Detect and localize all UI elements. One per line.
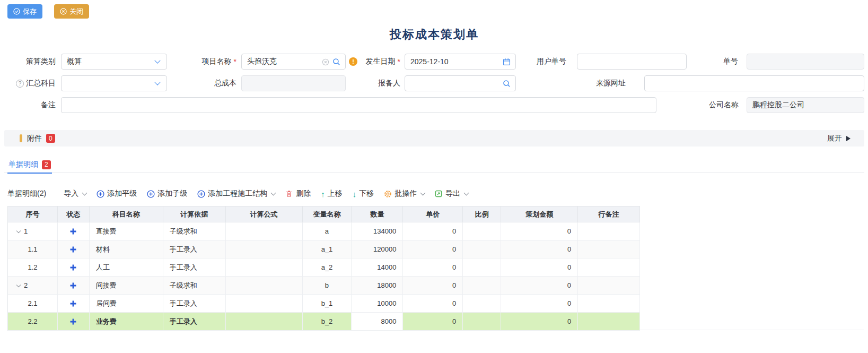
cell-price[interactable]: 0 [403, 222, 463, 240]
table-row[interactable]: 2.1居间费手工录入b_11000000 [8, 295, 640, 313]
clear-icon[interactable] [322, 58, 329, 66]
table-row[interactable]: 2间接费子级求和b1800000 [8, 277, 640, 295]
cell-subject[interactable]: 材料 [90, 240, 163, 259]
attachments-bar[interactable]: 附件 0 展开 [4, 130, 864, 147]
cell-price[interactable]: 0 [403, 277, 463, 295]
cell-qty[interactable]: 18000 [352, 277, 403, 295]
column-header-basis[interactable]: 计算依据 [163, 206, 226, 222]
cell-price[interactable]: 0 [403, 240, 463, 259]
table-row[interactable]: 1.2人工手工录入a_21400000 [8, 259, 640, 277]
cell-ratio[interactable] [463, 259, 501, 277]
cell-formula[interactable] [226, 313, 303, 331]
search-icon[interactable] [503, 80, 511, 88]
expand-caret-icon[interactable] [16, 282, 21, 287]
close-button[interactable]: 关闭 [54, 4, 89, 19]
category-select[interactable]: 概算 [61, 54, 167, 70]
add-plus-icon[interactable] [70, 246, 76, 253]
date-input[interactable] [405, 54, 515, 69]
cell-variable[interactable]: a_1 [303, 240, 352, 259]
remark-input[interactable] [62, 98, 656, 113]
cell-seq[interactable]: 1.2 [8, 259, 58, 277]
cell-variable[interactable]: a_2 [303, 259, 352, 277]
cell-variable[interactable]: b [303, 277, 352, 295]
cell-seq[interactable]: 2.1 [8, 295, 58, 313]
cell-price[interactable]: 0 [403, 313, 463, 331]
column-header-qty[interactable]: 数量 [352, 206, 403, 222]
cell-ratio[interactable] [463, 277, 501, 295]
cell-status[interactable] [58, 295, 90, 313]
expand-button[interactable]: 展开 [827, 134, 851, 143]
add-plus-icon[interactable] [70, 300, 76, 307]
project-name-input[interactable] [242, 54, 345, 69]
cell-seq[interactable]: 1.1 [8, 240, 58, 259]
cell-seq[interactable]: 1 [8, 222, 58, 240]
add-structure-button[interactable]: 添加工程施工结构 [197, 189, 275, 199]
cell-ratio[interactable] [463, 222, 501, 240]
cell-amount[interactable]: 0 [501, 259, 578, 277]
cell-amount[interactable]: 0 [501, 295, 578, 313]
cell-basis[interactable]: 手工录入 [163, 313, 226, 331]
cell-ratio[interactable] [463, 313, 501, 331]
cell-remark[interactable] [578, 259, 640, 277]
cell-formula[interactable] [226, 295, 303, 313]
cell-variable[interactable]: b_1 [303, 295, 352, 313]
column-header-amount[interactable]: 策划金额 [501, 206, 578, 222]
cell-qty[interactable]: 14000 [352, 259, 403, 277]
cell-formula[interactable] [226, 240, 303, 259]
batch-ops-button[interactable]: 批操作 [384, 189, 425, 199]
cell-price[interactable]: 0 [403, 295, 463, 313]
column-header-status[interactable]: 状态 [58, 206, 90, 222]
column-header-price[interactable]: 单价 [403, 206, 463, 222]
column-header-ratio[interactable]: 比例 [463, 206, 501, 222]
column-header-subject[interactable]: 科目名称 [90, 206, 163, 222]
cell-qty[interactable]: 134000 [352, 222, 403, 240]
user-doc-no-input[interactable] [577, 54, 686, 69]
cell-ratio[interactable] [463, 295, 501, 313]
cell-qty[interactable]: 8000 [352, 313, 403, 331]
cell-basis[interactable]: 手工录入 [163, 259, 226, 277]
cell-remark[interactable] [578, 240, 640, 259]
cell-remark[interactable] [578, 313, 640, 331]
cell-formula[interactable] [226, 259, 303, 277]
export-button[interactable]: 导出 [435, 189, 468, 199]
cell-ratio[interactable] [463, 240, 501, 259]
cell-qty[interactable]: 120000 [352, 240, 403, 259]
add-plus-icon[interactable] [70, 282, 76, 289]
reporter-input[interactable] [405, 76, 515, 91]
cell-subject[interactable]: 业务费 [90, 313, 163, 331]
cell-formula[interactable] [226, 222, 303, 240]
cell-basis[interactable]: 手工录入 [163, 295, 226, 313]
cell-remark[interactable] [578, 222, 640, 240]
expand-caret-icon[interactable] [16, 228, 21, 233]
column-header-seq[interactable]: 序号 [8, 206, 58, 222]
cell-variable[interactable]: b_2 [303, 313, 352, 331]
cell-amount[interactable]: 0 [501, 240, 578, 259]
cell-seq[interactable]: 2.2 [8, 313, 58, 331]
cell-status[interactable] [58, 259, 90, 277]
add-plus-icon[interactable] [70, 228, 76, 235]
cell-subject[interactable]: 间接费 [90, 277, 163, 295]
cell-status[interactable] [58, 222, 90, 240]
cell-remark[interactable] [578, 277, 640, 295]
cell-status[interactable] [58, 277, 90, 295]
source-url-input[interactable] [645, 76, 864, 91]
save-button[interactable]: 保存 [7, 4, 42, 19]
cell-status[interactable] [58, 313, 90, 331]
cell-formula[interactable] [226, 277, 303, 295]
add-plus-icon[interactable] [70, 318, 76, 325]
summary-subject-select[interactable] [61, 75, 167, 91]
cell-amount[interactable]: 0 [501, 222, 578, 240]
cell-status[interactable] [58, 240, 90, 259]
cell-amount[interactable]: 0 [501, 313, 578, 331]
cell-basis[interactable]: 手工录入 [163, 240, 226, 259]
move-down-button[interactable]: ↓ 下移 [353, 189, 374, 199]
cell-subject[interactable]: 居间费 [90, 295, 163, 313]
delete-button[interactable]: 删除 [285, 189, 311, 199]
cell-seq[interactable]: 2 [8, 277, 58, 295]
add-plus-icon[interactable] [70, 264, 76, 271]
cell-subject[interactable]: 直接费 [90, 222, 163, 240]
table-row[interactable]: 1.1材料手工录入a_112000000 [8, 240, 640, 259]
add-sibling-button[interactable]: 添加平级 [97, 189, 137, 199]
help-icon[interactable] [16, 80, 24, 88]
cell-remark[interactable] [578, 295, 640, 313]
